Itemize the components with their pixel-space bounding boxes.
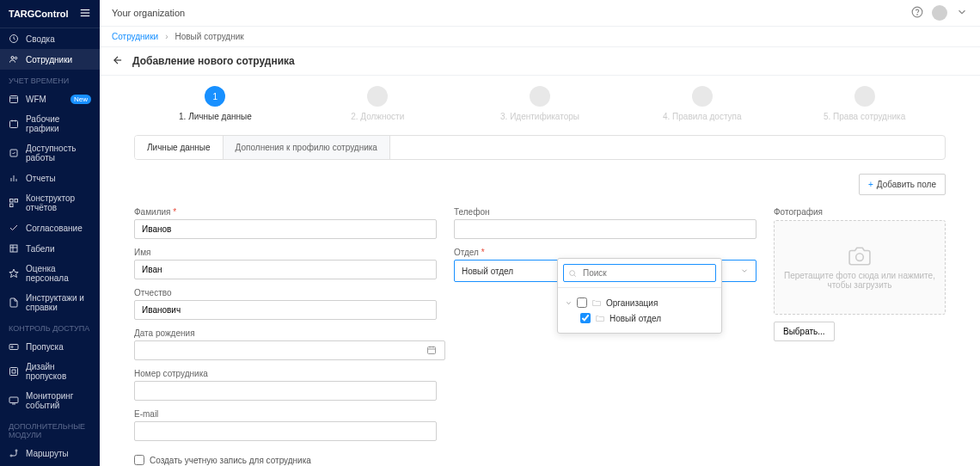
sidebar-item-rabochie-grafiki[interactable]: Рабочие графики xyxy=(0,109,100,138)
sidebar-item-label: Мониторинг событий xyxy=(26,391,91,410)
phone-label: Телефон xyxy=(454,207,756,217)
sidebar-item-propuska[interactable]: Пропуска xyxy=(0,336,100,357)
sidebar-item-label: Доступность работы xyxy=(26,144,91,162)
sidebar-item-label: Согласование xyxy=(26,224,83,233)
menu-toggle-icon[interactable] xyxy=(79,7,91,21)
dob-input[interactable] xyxy=(134,340,445,360)
availability-icon xyxy=(9,148,19,158)
doc-icon xyxy=(9,297,19,308)
users-icon xyxy=(9,54,19,64)
svg-rect-24 xyxy=(10,368,18,376)
svg-line-46 xyxy=(574,275,576,277)
step-1[interactable]: 11. Личные данные xyxy=(134,86,297,121)
tab-personal-data[interactable]: Личные данные xyxy=(135,136,224,159)
svg-rect-8 xyxy=(10,121,18,128)
pass-icon xyxy=(9,341,19,352)
sidebar-item-konstruktor[interactable]: Конструктор отчётов xyxy=(0,188,100,218)
dept-label: Отдел * xyxy=(454,248,756,257)
tree-item-novyi-otdel[interactable]: Новый отдел xyxy=(565,310,714,326)
sidebar-section-time: УЧЕТ ВРЕМЕНИ xyxy=(0,70,100,89)
sidebar-item-label: Конструктор отчётов xyxy=(26,193,91,212)
sidebar: TARGControl Сводка Сотрудники УЧЕТ ВРЕМЕ… xyxy=(0,0,100,466)
step-5[interactable]: 5. Права сотрудника xyxy=(783,86,946,121)
svg-rect-18 xyxy=(10,245,17,252)
sidebar-item-monitoring[interactable]: Мониторинг событий xyxy=(0,386,100,415)
sidebar-item-label: Оценка персонала xyxy=(26,264,91,283)
tree-checkbox[interactable] xyxy=(577,297,587,308)
badge-new: New xyxy=(70,95,91,104)
sidebar-item-dostupnost[interactable]: Доступность работы xyxy=(0,138,100,168)
sidebar-item-otsenka[interactable]: Оценка персонала xyxy=(0,259,100,288)
org-name[interactable]: Your organization xyxy=(112,8,185,18)
folder-icon xyxy=(595,313,605,323)
sidebar-item-label: Сводка xyxy=(26,34,55,44)
svg-rect-17 xyxy=(10,204,14,207)
dashboard-icon xyxy=(9,34,19,44)
sidebar-item-tabeli[interactable]: Табели xyxy=(0,238,100,259)
chevron-down-icon xyxy=(740,267,749,275)
sidebar-item-instruktazhi[interactable]: Инструктажи и справки xyxy=(0,288,100,317)
middlename-input[interactable] xyxy=(134,300,437,320)
step-4[interactable]: 4. Правила доступа xyxy=(621,86,783,121)
sidebar-item-label: Табели xyxy=(26,244,55,254)
choose-photo-button[interactable]: Выбрать... xyxy=(774,322,835,341)
svg-point-5 xyxy=(15,57,17,59)
sidebar-item-wfm[interactable]: WFM New xyxy=(0,89,100,109)
add-field-button[interactable]: + Добавить поле xyxy=(859,174,946,195)
back-icon[interactable] xyxy=(112,54,124,68)
lastname-input[interactable] xyxy=(134,219,437,239)
svg-point-43 xyxy=(856,254,864,261)
sidebar-item-label: Маршруты xyxy=(26,449,69,458)
firstname-label: Имя xyxy=(134,248,437,257)
dob-label: Дата рождения xyxy=(134,328,437,338)
dept-search-input[interactable] xyxy=(563,264,716,282)
sidebar-item-label: Инструктажи и справки xyxy=(26,293,91,312)
page-title: Добавление нового сотрудника xyxy=(132,55,295,67)
email-label: E-mail xyxy=(134,409,437,419)
svg-point-4 xyxy=(11,57,14,59)
step-3[interactable]: 3. Идентификаторы xyxy=(459,86,622,121)
phone-input[interactable] xyxy=(454,219,756,239)
wfm-icon xyxy=(9,94,19,104)
sidebar-item-label: Дизайн пропусков xyxy=(26,362,91,381)
sidebar-item-label: Сотрудники xyxy=(26,55,72,64)
create-account-label: Создать учетную запись для сотрудника xyxy=(150,456,311,465)
empnum-input[interactable] xyxy=(134,381,437,401)
sidebar-item-label: Пропуска xyxy=(26,342,64,352)
create-account-checkbox[interactable] xyxy=(134,455,144,465)
sidebar-section-extra: ДОПОЛНИТЕЛЬНЫЕ МОДУЛИ xyxy=(0,415,100,443)
svg-rect-16 xyxy=(15,199,18,203)
chevron-down-icon[interactable] xyxy=(956,6,968,20)
sidebar-item-dizain-propuskov[interactable]: Дизайн пропусков xyxy=(0,357,100,386)
photo-dropzone[interactable]: Перетащите фото сюда или нажмите, чтобы … xyxy=(774,220,946,315)
help-icon[interactable] xyxy=(911,6,923,20)
sidebar-item-otchety[interactable]: Отчеты xyxy=(0,168,100,188)
svg-point-37 xyxy=(917,15,918,15)
tree-checkbox[interactable] xyxy=(580,313,591,323)
sidebar-item-label: Отчеты xyxy=(26,174,56,183)
email-input[interactable] xyxy=(134,421,437,441)
calendar-icon xyxy=(9,119,19,129)
svg-point-27 xyxy=(10,455,12,457)
middlename-label: Отчество xyxy=(134,288,437,297)
lastname-label: Фамилия * xyxy=(134,207,437,217)
search-icon xyxy=(568,269,577,279)
sidebar-item-marshruty[interactable]: Маршруты xyxy=(0,443,100,463)
sidebar-item-soglasovanie[interactable]: Согласование xyxy=(0,218,100,238)
monitor-icon xyxy=(9,395,19,406)
sidebar-item-sotrudniki[interactable]: Сотрудники xyxy=(0,49,100,70)
route-icon xyxy=(9,448,19,458)
firstname-input[interactable] xyxy=(134,260,437,279)
svg-rect-15 xyxy=(10,199,14,203)
tree-item-organizatsiya[interactable]: Организация xyxy=(565,295,714,310)
svg-rect-25 xyxy=(9,397,18,403)
photo-label: Фотография xyxy=(774,207,946,217)
sidebar-item-label: Рабочие графики xyxy=(26,114,91,133)
user-avatar[interactable] xyxy=(932,5,947,21)
step-2[interactable]: 2. Должности xyxy=(297,86,459,121)
breadcrumb-root[interactable]: Сотрудники xyxy=(112,32,158,41)
tab-profile-additions[interactable]: Дополнения к профилю сотрудника xyxy=(224,136,390,159)
sidebar-item-svodka[interactable]: Сводка xyxy=(0,28,100,49)
builder-icon xyxy=(9,198,19,208)
svg-rect-6 xyxy=(10,96,18,103)
